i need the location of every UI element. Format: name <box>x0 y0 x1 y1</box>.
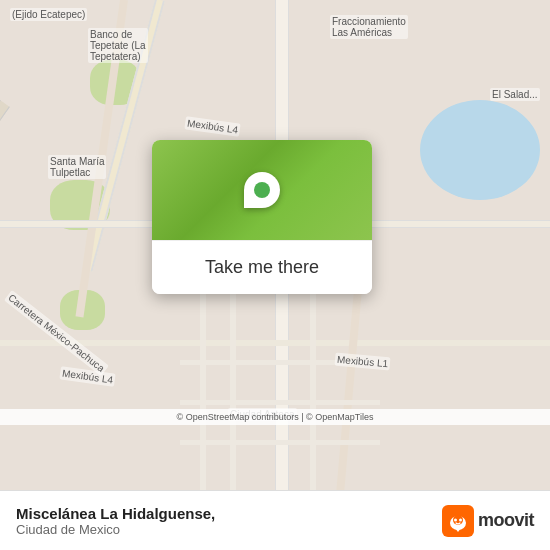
place-location: Ciudad de Mexico <box>16 522 442 537</box>
moovit-icon <box>442 505 474 537</box>
popup-tail <box>252 292 272 294</box>
bottom-bar: Miscelánea La Hidalguense, Ciudad de Mex… <box>0 490 550 550</box>
place-info: Miscelánea La Hidalguense, Ciudad de Mex… <box>16 505 442 537</box>
pin-icon <box>244 172 280 208</box>
take-me-there-button[interactable]: Take me there <box>152 240 372 294</box>
location-pin <box>237 165 288 216</box>
svg-point-3 <box>459 518 462 521</box>
road-grid-h1 <box>180 360 380 365</box>
road-grid-h2 <box>180 400 380 405</box>
road-grid-v3 <box>310 290 316 490</box>
popup-map-preview <box>152 140 372 240</box>
svg-point-2 <box>454 518 457 521</box>
road-grid-v1 <box>200 290 206 490</box>
moovit-text: moovit <box>478 510 534 531</box>
road-horizontal-2 <box>0 340 550 346</box>
place-name: Miscelánea La Hidalguense, <box>16 505 442 522</box>
road-grid-v2 <box>230 290 236 490</box>
road-grid-h3 <box>180 440 380 445</box>
map-container: (Ejido Ecatepec) Banco de Tepetate (La T… <box>0 0 550 490</box>
popup-card: Take me there <box>152 140 372 294</box>
map-attribution: © OpenStreetMap contributors | © OpenMap… <box>0 409 550 425</box>
water-area <box>420 100 540 200</box>
road-carretera <box>0 100 10 394</box>
moovit-logo: moovit <box>442 505 534 537</box>
